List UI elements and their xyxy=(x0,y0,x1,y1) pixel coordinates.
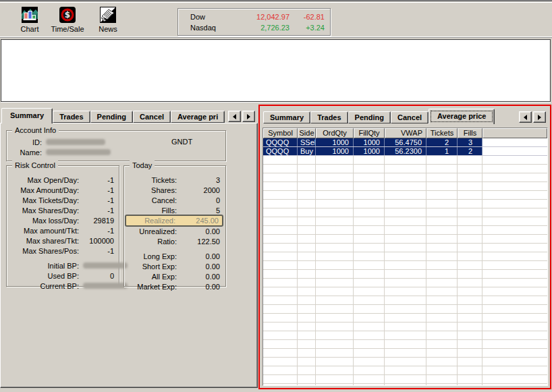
empty-cell xyxy=(298,173,316,181)
news-button[interactable]: News xyxy=(89,7,127,33)
empty-cell xyxy=(458,340,482,348)
risk-value: -1 xyxy=(79,186,114,195)
left-tab-scroll-right-button[interactable] xyxy=(242,111,255,122)
right-tab-average-price[interactable]: Average price xyxy=(429,109,495,124)
today-label: Shares: xyxy=(128,186,177,195)
newspaper-icon xyxy=(100,7,116,23)
left-tab-summary[interactable]: Summary xyxy=(1,108,53,123)
cell-symbol: QQQQ xyxy=(263,147,298,155)
risk-value: -1 xyxy=(79,246,114,256)
empty-cell xyxy=(263,200,298,208)
empty-table-row xyxy=(263,182,547,191)
empty-cell xyxy=(263,270,298,278)
empty-cell xyxy=(354,200,385,208)
account-id-redacted-value xyxy=(46,139,105,145)
empty-cell xyxy=(298,296,316,304)
empty-cell xyxy=(263,340,298,348)
column-header-tickets[interactable]: Tickets xyxy=(426,128,458,138)
column-header-fills[interactable]: Fills xyxy=(458,128,482,138)
empty-cell xyxy=(298,375,316,383)
empty-cell xyxy=(298,252,316,260)
right-tab-cancel[interactable]: Cancel xyxy=(391,111,429,123)
empty-cell xyxy=(298,314,316,322)
empty-cell xyxy=(316,270,354,278)
empty-cell xyxy=(482,156,547,164)
risk-row-max-shares-pos-: Max Shares/Pos:-1 xyxy=(11,246,114,256)
risk-row-max-loss-day-: Max loss/Day:29819 xyxy=(11,215,114,225)
empty-cell xyxy=(385,217,426,225)
exposure-label: Market Exp: xyxy=(128,282,177,291)
empty-cell xyxy=(426,208,458,217)
empty-table-row xyxy=(263,165,547,173)
cell-tickets: 2 xyxy=(426,138,458,146)
column-header-side[interactable]: Side xyxy=(298,128,316,138)
today-value: 122.50 xyxy=(177,237,220,246)
empty-cell xyxy=(426,200,458,208)
empty-cell xyxy=(482,173,547,181)
column-header-vwap[interactable]: VWAP xyxy=(385,128,426,138)
empty-cell xyxy=(316,296,354,304)
empty-cell xyxy=(298,226,316,234)
empty-cell xyxy=(426,252,458,260)
empty-cell xyxy=(482,384,547,386)
right-tab-scroll-left-button[interactable] xyxy=(519,111,532,123)
account-code: GNDT xyxy=(171,138,192,146)
cell-vwap: 56.4750 xyxy=(385,138,426,146)
empty-cell xyxy=(426,287,458,296)
right-tab-summary[interactable]: Summary xyxy=(263,111,310,123)
empty-cell xyxy=(354,165,385,173)
empty-cell xyxy=(354,314,385,322)
empty-cell xyxy=(385,331,426,339)
today-value: 0.00 xyxy=(177,227,220,236)
empty-cell xyxy=(298,200,316,208)
left-tab-pending[interactable]: Pending xyxy=(90,111,133,123)
today-title: Today xyxy=(130,161,155,170)
left-tab-scroll-left-button[interactable] xyxy=(228,111,241,122)
empty-cell xyxy=(458,173,482,181)
risk-label: Max Shares/Pos: xyxy=(11,246,79,256)
today-value: 5 xyxy=(177,206,220,215)
empty-cell xyxy=(482,226,547,234)
empty-cell xyxy=(263,287,298,296)
news-button-label: News xyxy=(99,25,117,33)
empty-cell xyxy=(385,165,426,173)
empty-cell xyxy=(385,252,426,260)
left-tab-average-pri[interactable]: Average pri xyxy=(171,111,225,123)
left-tab-cancel[interactable]: Cancel xyxy=(133,111,171,123)
empty-cell xyxy=(316,156,354,164)
chart-button-label: Chart xyxy=(21,25,39,33)
empty-cell xyxy=(426,173,458,181)
empty-cell xyxy=(316,217,354,225)
empty-cell xyxy=(385,349,426,357)
empty-cell xyxy=(426,323,458,331)
empty-cell xyxy=(426,305,458,313)
empty-cell xyxy=(482,182,547,190)
empty-cell xyxy=(482,217,547,225)
table-row-1[interactable]: QQQQSSell1000100056.475023 xyxy=(263,138,547,147)
empty-cell xyxy=(263,358,298,366)
chart-button[interactable]: Chart xyxy=(11,7,49,33)
empty-cell xyxy=(263,208,298,217)
empty-cell xyxy=(298,305,316,313)
empty-cell xyxy=(482,191,547,199)
empty-cell xyxy=(385,261,426,269)
cell-side: SSell xyxy=(298,138,316,146)
exposure-label: All Exp: xyxy=(128,272,177,281)
empty-cell xyxy=(316,261,354,269)
risk-value: -1 xyxy=(79,226,114,235)
right-tab-pending[interactable]: Pending xyxy=(348,111,391,123)
time-sale-button[interactable]: $ Time/Sale xyxy=(49,7,86,33)
empty-cell xyxy=(354,261,385,269)
empty-cell xyxy=(385,226,426,234)
account-summary-panel: SummaryTradesPendingCancelAverage pri Ac… xyxy=(0,106,258,388)
column-header-fillqty[interactable]: FillQty xyxy=(354,128,385,138)
risk-label: Max shares/Tkt: xyxy=(11,236,79,246)
column-header-symbol[interactable]: Symbol xyxy=(263,128,298,138)
left-tab-trades[interactable]: Trades xyxy=(53,111,90,123)
right-tab-scroll-right-button[interactable] xyxy=(533,111,546,123)
account-info-groupbox: Account Info ID: Name: GNDT xyxy=(6,130,226,161)
column-header-ordqty[interactable]: OrdQty xyxy=(316,128,354,138)
right-tab-trades[interactable]: Trades xyxy=(310,111,348,123)
today-label: Unrealized: xyxy=(128,227,177,236)
table-row-2[interactable]: QQQQBuy1000100056.230012 xyxy=(263,147,547,156)
